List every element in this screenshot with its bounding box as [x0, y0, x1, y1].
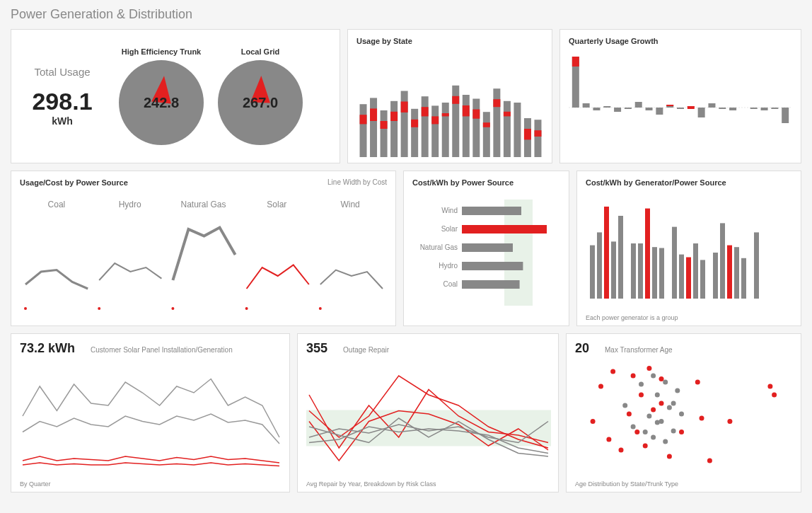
svg-point-100 [606, 437, 611, 442]
svg-point-105 [639, 393, 644, 398]
svg-rect-6 [390, 101, 398, 157]
svg-rect-88 [686, 258, 691, 299]
svg-rect-0 [360, 104, 367, 157]
svg-point-62 [171, 307, 174, 310]
outage-value: 355 [306, 341, 327, 356]
svg-rect-28 [504, 101, 511, 157]
svg-rect-92 [720, 223, 725, 299]
panel-transformer: 20 Max Transformer Age Age Distribution … [566, 333, 801, 492]
svg-point-123 [646, 414, 651, 419]
svg-rect-32 [524, 129, 531, 139]
svg-rect-45 [656, 108, 663, 115]
total-usage-value: 298.1 [20, 88, 105, 115]
cost-gen-title: Cost/kWh by Generator/Power Source [586, 178, 792, 187]
svg-rect-82 [638, 243, 643, 299]
svg-rect-77 [597, 232, 602, 299]
svg-rect-27 [493, 99, 500, 107]
svg-rect-5 [381, 121, 388, 129]
solar-value: 73.2 kWh [20, 341, 75, 356]
gauge1-label: High Efficiency Trunk [122, 47, 201, 56]
svg-point-108 [659, 401, 664, 406]
svg-rect-83 [645, 209, 650, 299]
svg-rect-30 [514, 103, 521, 157]
svg-point-103 [627, 412, 632, 417]
svg-point-134 [663, 439, 668, 444]
svg-point-109 [667, 454, 672, 459]
svg-point-104 [631, 374, 636, 379]
svg-point-101 [610, 369, 615, 374]
svg-rect-59 [782, 108, 789, 123]
transformer-note: Age Distribution by State/Trunk Type [575, 480, 678, 488]
svg-rect-97 [306, 410, 551, 446]
source-label: Coal [20, 200, 93, 209]
svg-rect-38 [583, 103, 590, 108]
svg-rect-24 [483, 112, 490, 157]
cost-gen-chart [586, 192, 788, 306]
panel-outage: 355 Outage Repair Avg Repair by Year, Br… [297, 333, 559, 492]
row-3: 73.2 kWh Customer Solar Panel Installati… [11, 333, 801, 492]
svg-rect-7 [390, 112, 398, 121]
svg-rect-65 [504, 200, 533, 306]
svg-text:Natural Gas: Natural Gas [420, 243, 458, 251]
cost-gen-note: Each power generator is a group [586, 314, 678, 321]
svg-point-131 [679, 412, 684, 417]
svg-rect-95 [741, 258, 746, 299]
svg-rect-51 [698, 108, 705, 117]
svg-point-106 [643, 444, 648, 449]
svg-rect-12 [422, 96, 429, 157]
svg-point-61 [98, 307, 100, 310]
svg-rect-85 [659, 248, 664, 299]
svg-point-133 [655, 420, 660, 425]
svg-text:Wind: Wind [441, 207, 458, 214]
outage-chart [306, 356, 551, 476]
panel-cost-gen: Cost/kWh by Generator/Power Source Each … [576, 171, 801, 326]
svg-rect-11 [411, 120, 418, 127]
svg-rect-8 [401, 91, 408, 158]
svg-rect-21 [463, 105, 470, 116]
svg-rect-34 [534, 130, 541, 137]
svg-rect-16 [442, 103, 449, 157]
svg-point-99 [598, 384, 603, 389]
svg-point-64 [319, 307, 322, 310]
svg-rect-23 [472, 110, 480, 119]
svg-rect-19 [452, 96, 459, 104]
gauge1-value: 242.8 [144, 95, 179, 111]
svg-rect-26 [493, 88, 500, 157]
svg-point-117 [659, 376, 664, 381]
svg-rect-71 [462, 243, 513, 252]
svg-rect-15 [431, 116, 439, 124]
svg-rect-37 [572, 57, 579, 67]
page-title: Power Generation & Distribution [11, 7, 801, 22]
svg-rect-87 [679, 255, 684, 299]
svg-point-114 [727, 419, 732, 424]
source-label: Solar [240, 200, 313, 209]
panel-quarterly-growth: Quarterly Usage Growth [559, 29, 801, 163]
svg-point-127 [663, 380, 668, 385]
svg-rect-75 [462, 280, 520, 289]
svg-rect-25 [483, 122, 490, 127]
svg-point-119 [651, 408, 656, 413]
svg-rect-13 [422, 107, 429, 116]
svg-rect-40 [603, 106, 610, 108]
svg-point-98 [591, 419, 596, 424]
svg-rect-56 [750, 108, 758, 109]
svg-point-115 [767, 384, 772, 389]
row-1: Total Usage 298.1 kWh High Efficiency Tr… [11, 29, 801, 163]
svg-rect-80 [618, 216, 623, 299]
svg-point-60 [24, 307, 27, 310]
svg-point-116 [772, 393, 777, 398]
svg-rect-53 [719, 108, 726, 109]
svg-rect-86 [672, 227, 677, 299]
svg-rect-41 [614, 108, 621, 112]
outage-note: Avg Repair by Year, Breakdown by Risk Cl… [306, 480, 436, 488]
svg-rect-9 [401, 102, 408, 113]
outage-title: Outage Repair [343, 346, 389, 354]
total-usage-label: Total Usage [20, 66, 105, 78]
svg-point-125 [655, 393, 660, 398]
svg-rect-81 [631, 243, 636, 299]
usage-cost-chart [20, 212, 388, 311]
svg-rect-17 [442, 113, 449, 116]
gauge-local-grid: Local Grid 267.0 [218, 47, 303, 145]
solar-note: By Quarter [20, 480, 51, 488]
svg-point-102 [619, 448, 624, 453]
